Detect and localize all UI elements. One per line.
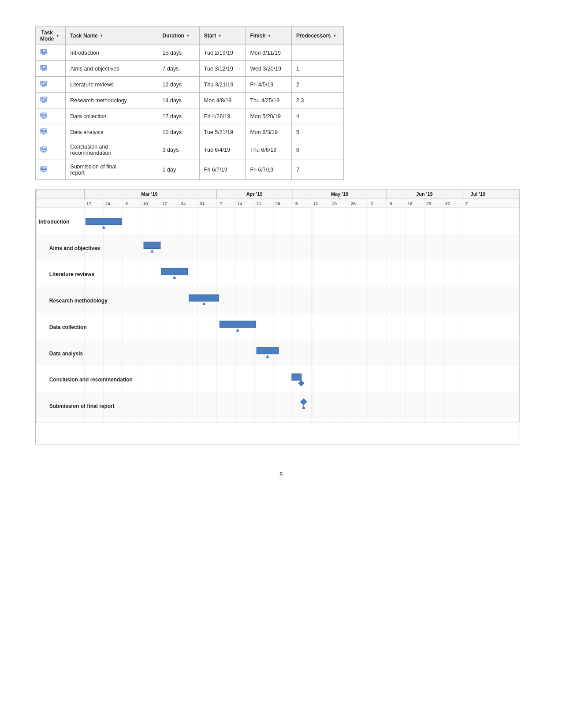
col-header-finish[interactable]: Finish ▼	[246, 27, 292, 45]
task-duration-cell: 12 days	[158, 77, 199, 93]
task-start-cell: Mon 4/8/19	[199, 93, 246, 108]
svg-rect-57	[36, 313, 519, 340]
svg-text:Aims and objectives: Aims and objectives	[49, 245, 100, 251]
svg-text:12: 12	[313, 201, 318, 206]
task-mode-icon	[40, 64, 47, 73]
task-predecessors-cell	[292, 45, 344, 61]
table-row: Introduction15 daysTue 2/19/19Mon 3/11/1…	[36, 45, 344, 61]
task-duration-cell: 17 days	[158, 108, 199, 124]
svg-rect-107	[144, 242, 160, 249]
svg-rect-1	[41, 50, 43, 52]
task-start-cell: Fri 4/26/19	[199, 108, 246, 124]
col-header-name[interactable]: Task Name ▼	[66, 27, 158, 45]
svg-text:3: 3	[125, 201, 128, 206]
svg-rect-21	[41, 114, 43, 115]
task-mode-cell	[36, 140, 66, 160]
task-duration-cell: 15 days	[158, 45, 199, 61]
table-row: Conclusion and recommendation3 daysTue 6…	[36, 140, 344, 160]
col-header-mode[interactable]: TaskMode ▼	[36, 27, 66, 45]
task-name-cell: Introduction	[66, 45, 158, 61]
sort-arrow-duration[interactable]: ▼	[186, 34, 190, 38]
svg-text:31: 31	[200, 201, 205, 206]
svg-rect-119	[257, 347, 279, 354]
sort-arrow-finish[interactable]: ▼	[268, 34, 272, 38]
task-mode-icon	[40, 112, 47, 120]
sort-arrow-start[interactable]: ▼	[218, 34, 222, 38]
col-duration-label: Duration	[163, 33, 184, 39]
svg-text:24: 24	[105, 201, 111, 206]
task-start-cell: Tue 2/19/19	[199, 45, 246, 61]
col-mode-label: TaskMode	[40, 30, 54, 42]
gantt-svg: Mar '19 Apr '19 May '19 Jun '19 Jul '19 …	[35, 189, 520, 444]
task-finish-cell: Thu 6/6/19	[246, 140, 292, 160]
svg-rect-104	[86, 218, 122, 225]
task-name-cell: Conclusion and recommendation	[66, 140, 158, 160]
table-row: Data analysis10 daysTue 5/21/19Mon 6/3/1…	[36, 124, 344, 140]
task-finish-cell: Fri 4/5/19	[246, 77, 292, 93]
col-finish-label: Finish	[250, 33, 265, 39]
svg-rect-16	[41, 98, 43, 99]
task-start-cell: Tue 5/21/19	[199, 124, 246, 140]
task-mode-icon	[40, 128, 47, 136]
svg-text:9: 9	[390, 201, 392, 206]
svg-rect-55	[36, 260, 519, 287]
col-start-label: Start	[204, 33, 216, 39]
svg-rect-54	[36, 234, 519, 261]
svg-text:17: 17	[162, 201, 167, 206]
task-mode-cell	[36, 77, 66, 93]
col-name-label: Task Name	[70, 33, 97, 39]
task-mode-icon	[40, 49, 47, 57]
svg-text:21: 21	[257, 201, 262, 206]
task-name-cell: Literature reviews	[66, 77, 158, 93]
svg-text:14: 14	[238, 201, 243, 206]
svg-text:16: 16	[407, 201, 413, 206]
svg-rect-11	[41, 82, 43, 83]
col-header-predecessors[interactable]: Predecessors ▼	[292, 27, 344, 45]
task-name-cell: Research methodology	[66, 93, 158, 108]
task-finish-cell: Mon 6/3/19	[246, 124, 292, 140]
task-finish-cell: Thu 4/25/19	[246, 93, 292, 108]
task-mode-icon	[40, 146, 47, 154]
svg-text:Data analysis: Data analysis	[49, 351, 83, 357]
sort-arrow-predecessors[interactable]: ▼	[333, 34, 337, 38]
task-mode-icon	[40, 80, 47, 89]
svg-text:30: 30	[445, 201, 450, 206]
svg-text:5: 5	[295, 201, 298, 206]
task-predecessors-cell: 7	[292, 160, 344, 180]
table-row: Literature reviews12 daysThu 3/21/19Fri …	[36, 77, 344, 93]
task-duration-cell: 14 days	[158, 93, 199, 108]
task-start-cell: Tue 3/12/19	[199, 61, 246, 77]
sort-arrow-mode[interactable]: ▼	[56, 34, 60, 38]
svg-text:Submission of final report: Submission of final report	[49, 403, 115, 409]
svg-text:Introduction: Introduction	[39, 219, 70, 225]
task-start-cell: Thu 3/21/19	[199, 77, 246, 93]
task-finish-cell: Mon 5/20/19	[246, 108, 292, 124]
svg-text:Jun '19: Jun '19	[416, 191, 432, 197]
task-mode-icon	[40, 96, 47, 105]
task-finish-cell: Mon 3/11/19	[246, 45, 292, 61]
svg-text:Data collection: Data collection	[49, 324, 87, 330]
col-header-duration[interactable]: Duration ▼	[158, 27, 199, 45]
svg-text:Apr '19: Apr '19	[246, 191, 263, 197]
task-predecessors-cell: 2	[292, 77, 344, 93]
task-predecessors-cell: 5	[292, 124, 344, 140]
task-predecessors-cell: 1	[292, 61, 344, 77]
task-duration-cell: 1 day	[158, 160, 199, 180]
svg-text:24: 24	[181, 201, 186, 206]
svg-rect-113	[189, 295, 219, 301]
gantt-chart: Mar '19 Apr '19 May '19 Jun '19 Jul '19 …	[35, 189, 527, 444]
table-row: Research methodology14 daysMon 4/8/19Thu…	[36, 93, 344, 108]
svg-rect-110	[161, 268, 188, 275]
task-name-cell: Data collection	[66, 108, 158, 124]
task-name-cell: Aims and objectives	[66, 61, 158, 77]
svg-rect-6	[41, 66, 43, 67]
table-row: Data collection17 daysFri 4/26/19Mon 5/2…	[36, 108, 344, 124]
task-finish-cell: Fri 6/7/19	[246, 160, 292, 180]
task-predecessors-cell: 4	[292, 108, 344, 124]
sort-arrow-name[interactable]: ▼	[100, 34, 104, 38]
task-mode-cell	[36, 45, 66, 61]
task-duration-cell: 7 days	[158, 61, 199, 77]
col-header-start[interactable]: Start ▼	[199, 27, 246, 45]
svg-text:7: 7	[220, 201, 223, 206]
svg-text:28: 28	[275, 201, 280, 206]
